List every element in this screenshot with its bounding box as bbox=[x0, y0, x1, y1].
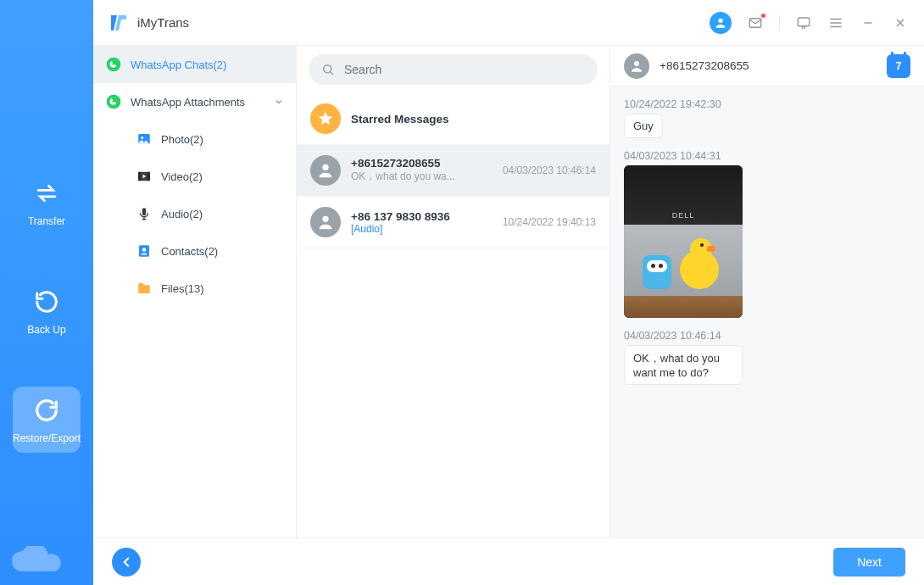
chat-item-preview: OK，what do you wa... bbox=[351, 170, 493, 184]
app-logo-icon bbox=[109, 13, 129, 33]
nav-backup-label: Back Up bbox=[27, 324, 65, 336]
chevron-down-icon bbox=[274, 97, 284, 107]
svg-point-0 bbox=[718, 18, 722, 22]
message-image[interactable] bbox=[624, 165, 743, 318]
tree-files[interactable]: Files(13) bbox=[124, 270, 296, 307]
tree-attachments-label: WhatsApp Attachments bbox=[131, 96, 245, 109]
primary-nav-sidebar: Transfer Back Up Restore/Export bbox=[0, 0, 93, 585]
search-box[interactable] bbox=[309, 54, 598, 85]
message-timestamp: 04/03/2023 10:46:14 bbox=[624, 330, 910, 342]
whatsapp-icon bbox=[105, 56, 122, 73]
transfer-icon bbox=[31, 178, 62, 209]
whatsapp-icon bbox=[105, 93, 122, 110]
mail-icon[interactable] bbox=[747, 14, 764, 31]
nav-transfer[interactable]: Transfer bbox=[13, 170, 81, 236]
tree-video-label: Video(2) bbox=[161, 170, 203, 183]
svg-point-16 bbox=[634, 61, 639, 66]
avatar-icon bbox=[310, 207, 341, 237]
svg-point-12 bbox=[142, 248, 147, 252]
svg-rect-2 bbox=[798, 18, 810, 26]
chat-starred-label: Starred Messages bbox=[351, 113, 596, 125]
feedback-icon[interactable] bbox=[795, 14, 812, 31]
message-text: OK，what do you want me to do? bbox=[624, 345, 743, 385]
chat-list-panel: Starred Messages +8615273208655 OK，what … bbox=[297, 46, 610, 538]
audio-icon bbox=[136, 205, 153, 222]
svg-rect-8 bbox=[138, 172, 140, 181]
message-text: Guy bbox=[624, 114, 663, 138]
conversation-header: +8615273208655 7 bbox=[610, 46, 924, 86]
tree-photo[interactable]: Photo(2) bbox=[124, 120, 296, 158]
contacts-icon bbox=[136, 242, 153, 259]
category-tree-panel: WhatsApp Chats(2) WhatsApp Attachments P… bbox=[93, 46, 297, 538]
svg-point-15 bbox=[322, 216, 328, 222]
search-icon bbox=[320, 62, 336, 77]
calendar-day: 7 bbox=[896, 60, 902, 72]
app-logo-block: iMyTrans bbox=[109, 13, 189, 33]
minimize-icon[interactable] bbox=[860, 14, 877, 31]
message-0: 10/24/2022 19:42:30 Guy bbox=[624, 98, 910, 138]
svg-point-13 bbox=[324, 65, 331, 73]
tree-chats-label: WhatsApp Chats(2) bbox=[131, 58, 226, 71]
chat-item-title: +86 137 9830 8936 bbox=[351, 210, 493, 223]
message-timestamp: 10/24/2022 19:42:30 bbox=[624, 98, 910, 110]
tree-contacts-label: Contacts(2) bbox=[161, 245, 218, 258]
svg-rect-9 bbox=[148, 172, 150, 181]
close-icon[interactable] bbox=[892, 14, 909, 31]
tree-whatsapp-attachments[interactable]: WhatsApp Attachments bbox=[93, 83, 296, 120]
nav-backup[interactable]: Back Up bbox=[13, 278, 81, 344]
chat-item-preview: [Audio] bbox=[351, 223, 493, 235]
titlebar: iMyTrans bbox=[93, 0, 924, 46]
conversation-body[interactable]: 10/24/2022 19:42:30 Guy 04/03/2023 10:44… bbox=[610, 86, 924, 538]
chat-starred-messages[interactable]: Starred Messages bbox=[297, 93, 610, 145]
chat-item-1[interactable]: +86 137 9830 8936 [Audio] 10/24/2022 19:… bbox=[297, 197, 610, 248]
tree-contacts[interactable]: Contacts(2) bbox=[124, 232, 296, 270]
svg-point-14 bbox=[322, 164, 328, 170]
message-1: 04/03/2023 10:44:31 bbox=[624, 150, 910, 318]
folder-icon bbox=[136, 280, 153, 297]
tree-video[interactable]: Video(2) bbox=[124, 158, 296, 195]
calendar-icon[interactable]: 7 bbox=[887, 54, 910, 78]
cloud-decor-icon bbox=[8, 546, 68, 577]
chat-item-time: 10/24/2022 19:40:13 bbox=[503, 216, 596, 228]
tree-files-label: Files(13) bbox=[161, 282, 204, 295]
search-input[interactable] bbox=[344, 63, 586, 76]
nav-restore-export[interactable]: Restore/Export bbox=[13, 387, 81, 453]
titlebar-divider bbox=[779, 15, 780, 31]
account-icon[interactable] bbox=[710, 12, 732, 34]
message-timestamp: 04/03/2023 10:44:31 bbox=[624, 150, 910, 162]
next-button[interactable]: Next bbox=[833, 548, 905, 577]
chat-item-0[interactable]: +8615273208655 OK，what do you wa... 04/0… bbox=[297, 145, 610, 197]
avatar-icon bbox=[310, 155, 341, 186]
backup-icon bbox=[31, 287, 62, 317]
star-icon bbox=[310, 103, 341, 134]
restore-icon bbox=[31, 395, 62, 426]
titlebar-actions bbox=[710, 12, 909, 34]
footer-bar: Next bbox=[93, 538, 924, 585]
nav-restore-label: Restore/Export bbox=[13, 432, 81, 444]
menu-icon[interactable] bbox=[827, 14, 844, 31]
chat-item-title: +8615273208655 bbox=[351, 157, 493, 170]
message-2: 04/03/2023 10:46:14 OK，what do you want … bbox=[624, 330, 910, 385]
tree-audio-label: Audio(2) bbox=[161, 208, 203, 220]
svg-rect-10 bbox=[142, 208, 147, 215]
tree-photo-label: Photo(2) bbox=[161, 133, 203, 146]
svg-point-4 bbox=[107, 95, 121, 109]
svg-point-6 bbox=[141, 136, 143, 139]
tree-audio[interactable]: Audio(2) bbox=[124, 195, 296, 232]
nav-transfer-label: Transfer bbox=[28, 215, 65, 227]
main-area: iMyTrans bbox=[93, 0, 924, 585]
chat-item-time: 04/03/2023 10:46:14 bbox=[503, 164, 596, 176]
svg-point-3 bbox=[107, 58, 121, 72]
conversation-contact-name: +8615273208655 bbox=[660, 59, 749, 72]
app-name: iMyTrans bbox=[137, 15, 189, 30]
avatar-icon bbox=[624, 53, 649, 79]
conversation-panel: +8615273208655 7 10/24/2022 19:42:30 Guy… bbox=[610, 46, 924, 538]
back-button[interactable] bbox=[112, 548, 141, 577]
video-icon bbox=[136, 168, 153, 185]
photo-icon bbox=[136, 131, 153, 148]
tree-whatsapp-chats[interactable]: WhatsApp Chats(2) bbox=[93, 46, 296, 83]
